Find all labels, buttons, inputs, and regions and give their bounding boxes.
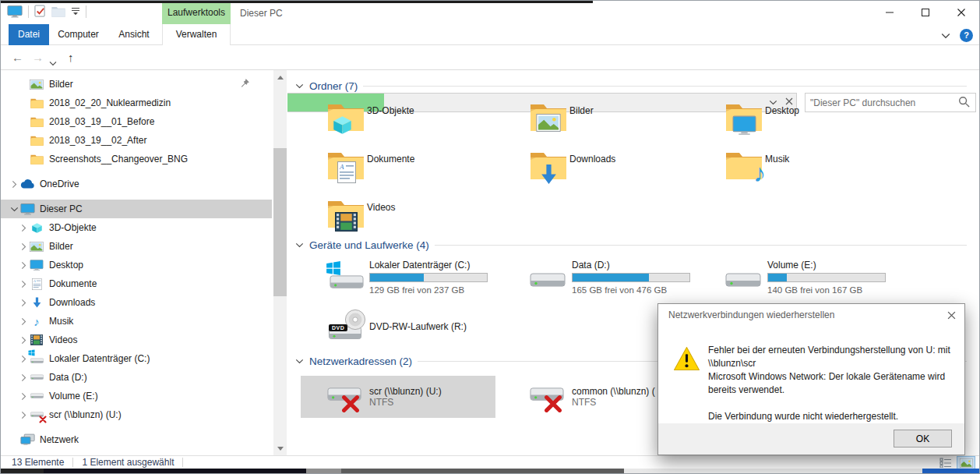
folder-icon bbox=[29, 96, 44, 110]
drive-icon bbox=[530, 260, 569, 294]
window-title: Dieser PC bbox=[240, 8, 283, 19]
customize-quick-access-icon[interactable] bbox=[71, 7, 80, 16]
pictures-icon bbox=[29, 77, 44, 91]
sidebar-item-drive-e[interactable]: Volume (E:) bbox=[1, 387, 272, 405]
quick-access-toolbar bbox=[7, 5, 86, 18]
folder-tile-3d-objekte[interactable]: 3D-Objekte bbox=[301, 101, 495, 141]
tab-computer[interactable]: Computer bbox=[49, 24, 108, 45]
sidebar-item-bilder[interactable]: Bilder bbox=[1, 237, 272, 256]
scroll-down-icon[interactable] bbox=[273, 442, 287, 455]
drive-tile-d[interactable]: Data (D:) 165 GB frei von 476 GB bbox=[503, 260, 698, 300]
sidebar-item-dokumente[interactable]: Dokumente bbox=[1, 274, 272, 293]
tab-datei[interactable]: Datei bbox=[9, 24, 49, 45]
details-view-button[interactable] bbox=[937, 457, 954, 469]
drive-tile-dvd[interactable]: DVD DVD-RW-Laufwerk (R:) bbox=[301, 308, 495, 345]
drive-icon bbox=[29, 389, 44, 403]
chevron-right-icon[interactable] bbox=[18, 242, 29, 251]
chevron-right-icon[interactable] bbox=[18, 411, 29, 419]
sidebar-item-folder[interactable]: Screenshots__Changeover_BNG bbox=[1, 150, 272, 168]
recent-locations-icon[interactable] bbox=[49, 55, 57, 69]
tab-ansicht[interactable]: Ansicht bbox=[108, 24, 160, 45]
sidebar-item-network-drive-u[interactable]: scr (\\blunzn) (U:) bbox=[1, 405, 272, 424]
drive-tile-e[interactable]: Volume (E:) 140 GB frei von 167 GB bbox=[699, 260, 894, 300]
sidebar-item-downloads[interactable]: Downloads bbox=[1, 293, 272, 312]
sidebar-item-folder[interactable]: 2018_02_20_Nuklearmedizin bbox=[1, 94, 272, 112]
drive-tile-c[interactable]: Lokaler Datenträger (C:) 129 GB frei von… bbox=[301, 260, 495, 300]
chevron-right-icon[interactable] bbox=[18, 280, 29, 288]
toolbar-separator bbox=[86, 5, 86, 18]
sidebar-item-netzwerk[interactable]: Netzwerk bbox=[1, 430, 272, 449]
chevron-down-icon[interactable] bbox=[295, 242, 304, 248]
chevron-down-icon[interactable] bbox=[295, 359, 304, 364]
desktop-icon bbox=[29, 258, 44, 272]
navigation-pane: Bilder 2018_02_20_Nuklearmedizin 2018_03… bbox=[1, 70, 287, 454]
folder-videos-icon bbox=[327, 197, 365, 230]
folder-tile-bilder[interactable]: Bilder bbox=[503, 101, 698, 141]
folder-3d-objects-icon bbox=[327, 101, 365, 133]
sidebar-item-desktop[interactable]: Desktop bbox=[1, 256, 272, 274]
chevron-down-icon[interactable] bbox=[295, 83, 304, 89]
dialog-message: Fehler bei der erneuten Verbindungsherst… bbox=[708, 344, 951, 423]
dialog-title: Netzwerkverbindungen wiederherstellen bbox=[668, 310, 834, 320]
section-header-geraete[interactable]: Geräte und Laufwerke (4) bbox=[295, 238, 967, 252]
status-items-count: 13 Elemente bbox=[12, 457, 64, 468]
sidebar-item-folder[interactable]: 2018_03_19__02_After bbox=[1, 131, 272, 150]
properties-icon[interactable] bbox=[34, 5, 46, 18]
folder-tile-downloads[interactable]: Downloads bbox=[503, 149, 698, 189]
red-x-icon bbox=[544, 394, 562, 413]
section-divider bbox=[435, 245, 967, 246]
up-button[interactable]: ↑ bbox=[68, 50, 74, 65]
back-button[interactable]: ← bbox=[12, 50, 23, 65]
chevron-right-icon[interactable] bbox=[18, 392, 29, 401]
minimize-button[interactable] bbox=[872, 1, 908, 24]
drive-icon bbox=[725, 260, 764, 294]
pictures-icon bbox=[29, 239, 44, 253]
chevron-down-icon[interactable] bbox=[9, 207, 19, 212]
sidebar-item-dieser-pc[interactable]: Dieser PC bbox=[1, 200, 272, 218]
chevron-right-icon[interactable] bbox=[18, 261, 29, 270]
chevron-right-icon[interactable] bbox=[9, 180, 19, 189]
chevron-right-icon[interactable] bbox=[18, 336, 29, 345]
dialog-close-icon[interactable] bbox=[938, 304, 964, 326]
scroll-up-icon[interactable] bbox=[273, 70, 287, 83]
sidebar-item-drive-d[interactable]: Data (D:) bbox=[1, 368, 272, 387]
maximize-button[interactable] bbox=[908, 1, 943, 24]
search-icon[interactable] bbox=[958, 96, 970, 110]
ok-button[interactable]: OK bbox=[894, 430, 952, 447]
new-folder-icon[interactable] bbox=[51, 5, 65, 17]
background-window-strip bbox=[1, 469, 979, 474]
folder-tile-musik[interactable]: ♪ Musik bbox=[699, 149, 894, 189]
folder-tile-desktop[interactable]: Desktop bbox=[699, 101, 894, 141]
documents-icon bbox=[29, 277, 44, 291]
close-button[interactable] bbox=[943, 1, 979, 24]
dialog-footer: OK bbox=[658, 423, 964, 455]
capacity-bar bbox=[369, 273, 488, 282]
sidebar-item-drive-c[interactable]: Lokaler Datenträger (C:) bbox=[1, 349, 272, 368]
sidebar-scrollbar[interactable] bbox=[273, 70, 287, 455]
ribbon-expand-icon[interactable] bbox=[941, 30, 950, 41]
onedrive-icon bbox=[19, 177, 35, 191]
folder-tile-dokumente[interactable]: Dokumente bbox=[301, 149, 495, 189]
tab-verwalten[interactable]: Verwalten bbox=[162, 24, 231, 45]
red-x-icon bbox=[39, 416, 47, 423]
sidebar-item-musik[interactable]: ♪ Musik bbox=[1, 312, 272, 331]
chevron-right-icon[interactable] bbox=[18, 299, 29, 307]
chevron-right-icon[interactable] bbox=[18, 224, 29, 232]
chevron-right-icon[interactable] bbox=[18, 355, 29, 363]
status-separator bbox=[182, 458, 183, 467]
forward-button[interactable]: → bbox=[32, 50, 44, 65]
chevron-right-icon[interactable] bbox=[18, 373, 29, 382]
help-icon[interactable]: ? bbox=[960, 29, 973, 42]
contextual-tab-laufwerktools[interactable]: Laufwerktools bbox=[162, 1, 231, 25]
sidebar-item-onedrive[interactable]: OneDrive bbox=[1, 175, 272, 193]
folder-tile-videos[interactable]: Videos bbox=[301, 197, 495, 238]
sidebar-item-videos[interactable]: Videos bbox=[1, 331, 272, 349]
thumbnail-view-button[interactable] bbox=[957, 457, 975, 469]
network-location-tile-scr[interactable]: scr (\\blunzn) (U:) NTFS bbox=[301, 376, 495, 418]
chevron-right-icon[interactable] bbox=[18, 317, 29, 326]
sidebar-item-3d-objekte[interactable]: 3D-Objekte bbox=[1, 218, 272, 237]
sidebar-item-bilder-pinned[interactable]: Bilder bbox=[1, 75, 272, 94]
section-header-ordner[interactable]: Ordner (7) bbox=[295, 79, 967, 93]
sidebar-item-folder[interactable]: 2018_03_19__01_Before bbox=[1, 112, 272, 131]
scrollbar-thumb[interactable] bbox=[273, 148, 287, 296]
